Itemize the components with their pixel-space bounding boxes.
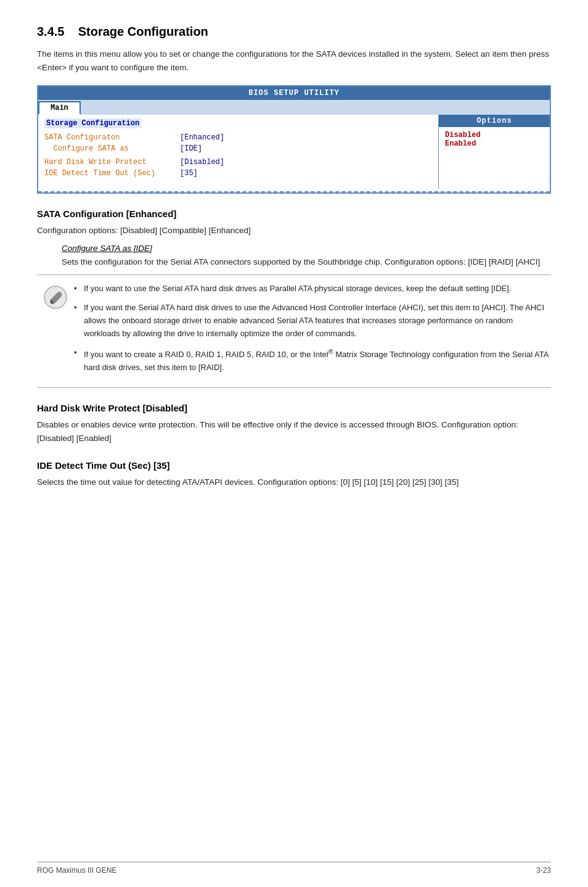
bios-tab-main[interactable]: Main [38,101,81,115]
note-box: If you want to use the Serial ATA hard d… [37,274,551,388]
note-item-3: If you want to create a RAID 0, RAID 1, … [74,347,551,374]
subsection-sata: SATA Configuration [Enhanced] Configurat… [37,208,551,268]
svg-point-1 [51,301,54,304]
bios-row-disk: Hard Disk Write ProtectIDE Detect Time O… [44,157,432,179]
subsection-ide-title: IDE Detect Time Out (Sec) [35] [37,460,551,471]
bios-value-disk: [Disabled][35] [180,157,224,179]
section-heading: 3.4.5 Storage Configuration [37,25,551,39]
tool-icon [43,285,68,310]
bios-options-header: Options [439,115,550,127]
footer-right: 3-23 [536,866,551,875]
bios-ui-box: BIOS SETUP UTILITY Main Storage Configur… [37,85,551,194]
note-list: If you want to use the Serial ATA hard d… [74,283,551,374]
note-item-1: If you want to use the Serial ATA hard d… [74,283,551,295]
bios-main-panel: Storage Configuration SATA Configuraton … [38,115,439,189]
subsection-harddisk: Hard Disk Write Protect [Disabled] Disab… [37,403,551,445]
bios-body: Storage Configuration SATA Configuraton … [38,115,550,189]
subsection-harddisk-desc: Disables or enables device write protect… [37,418,551,445]
note-content: If you want to use the Serial ATA hard d… [74,283,551,380]
option-disabled[interactable]: Disabled [445,131,544,139]
bios-dashes [38,191,550,192]
note-icon [37,283,74,310]
bios-options-content: Disabled Enabled [439,127,550,152]
subsection-sata-desc: Configuration options: [Disabled] [Compa… [37,224,551,237]
section-title: Storage Configuration [78,25,208,38]
section-number: 3.4.5 [37,25,64,38]
bios-section-title: Storage Configuration [44,118,141,128]
subsection-harddisk-title: Hard Disk Write Protect [Disabled] [37,403,551,413]
bios-tab-row: Main [38,100,550,115]
sub-sub-desc-sata: Sets the configuration for the Serial AT… [62,255,551,269]
page-footer: ROG Maximus III GENE 3-23 [37,862,551,875]
bios-label-sata: SATA Configuraton Configure SATA as [44,132,180,154]
bios-row-sata: SATA Configuraton Configure SATA as [Enh… [44,132,432,154]
bios-label-disk: Hard Disk Write ProtectIDE Detect Time O… [44,157,180,179]
subsection-sata-title: SATA Configuration [Enhanced] [37,208,551,219]
bios-sidebar: Options Disabled Enabled [439,115,550,189]
note-item-2: If you want the Serial ATA hard disk dri… [74,302,551,340]
bios-value-sata: [Enhanced][IDE] [180,132,224,154]
footer-left: ROG Maximus III GENE [37,866,116,875]
sub-sub-title-sata: Configure SATA as [IDE] [62,244,551,253]
bios-header: BIOS SETUP UTILITY [38,86,550,100]
subsection-ide-desc: Selects the time out value for detecting… [37,476,551,489]
subsection-ide: IDE Detect Time Out (Sec) [35] Selects t… [37,460,551,489]
option-enabled[interactable]: Enabled [445,139,544,148]
intro-text: The items in this menu allow you to set … [37,47,551,74]
